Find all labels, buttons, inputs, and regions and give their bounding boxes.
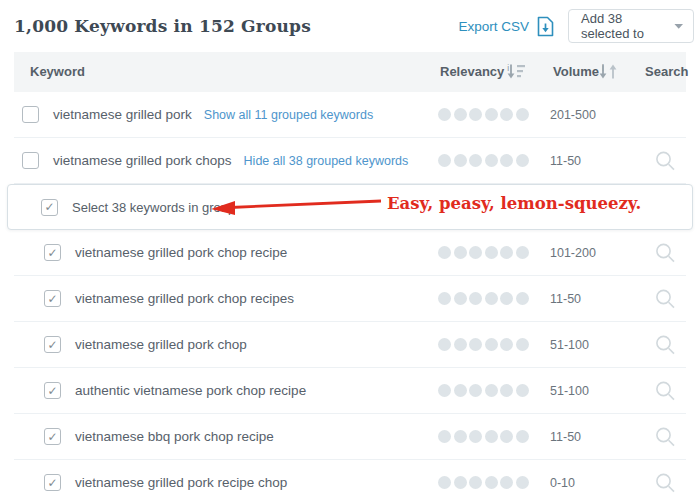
volume-value: 201-500	[550, 108, 596, 122]
relevancy-dots	[438, 384, 529, 397]
grouped-keywords-link[interactable]: Show all 11 grouped keywords	[204, 108, 373, 122]
relevancy-dot	[516, 108, 529, 121]
export-csv-button[interactable]: Export CSV	[458, 16, 555, 37]
relevancy-dot	[516, 384, 529, 397]
keyword-row: vietnamese grilled pork chop recipe 101-…	[14, 230, 686, 276]
relevancy-dot	[438, 154, 451, 167]
relevancy-dot	[438, 430, 451, 443]
select-all-checkbox[interactable]	[41, 199, 58, 216]
relevancy-dots	[438, 476, 529, 489]
page-title: 1,000 Keywords in 152 Groups	[14, 16, 311, 36]
relevancy-dot	[500, 154, 513, 167]
relevancy-dot	[438, 476, 451, 489]
chevron-down-icon	[674, 23, 683, 30]
relevancy-dot	[500, 246, 513, 259]
relevancy-dot	[454, 154, 467, 167]
keyword-checkbox[interactable]	[44, 336, 61, 353]
volume-value: 11-50	[550, 292, 581, 306]
relevancy-dot	[516, 246, 529, 259]
relevancy-dot	[454, 338, 467, 351]
relevancy-dots	[438, 430, 529, 443]
column-search: Search	[645, 64, 688, 79]
relevancy-dot	[454, 246, 467, 259]
relevancy-dot	[438, 108, 451, 121]
annotation-text: Easy, peasy, lemon-squeezy.	[387, 194, 641, 213]
keyword-checkbox[interactable]	[44, 382, 61, 399]
search-icon[interactable]	[654, 472, 677, 495]
relevancy-dot	[469, 292, 482, 305]
relevancy-sort-button[interactable]	[506, 63, 526, 83]
relevancy-dot	[454, 108, 467, 121]
relevancy-dot	[469, 384, 482, 397]
relevancy-dots	[438, 338, 529, 351]
relevancy-dot	[485, 246, 498, 259]
relevancy-dot	[516, 338, 529, 351]
search-icon[interactable]	[654, 242, 677, 265]
keyword-checkbox[interactable]	[44, 428, 61, 445]
keyword-row: vietnamese grilled pork chops Hide all 3…	[14, 138, 686, 184]
keyword-row: vietnamese bbq pork chop recipe 11-50	[14, 414, 686, 460]
volume-value: 11-50	[550, 430, 581, 444]
relevancy-dot	[500, 338, 513, 351]
relevancy-dot	[516, 292, 529, 305]
add-selected-label: Add 38 selected to	[581, 11, 674, 41]
keyword-text: vietnamese grilled pork recipe chop	[75, 475, 287, 490]
keyword-text: authentic vietnamese pork chop recipe	[75, 383, 306, 398]
relevancy-dot	[500, 292, 513, 305]
relevancy-dot	[469, 154, 482, 167]
keyword-text: vietnamese grilled pork chop	[75, 337, 247, 352]
column-volume: Volumei	[553, 64, 604, 79]
relevancy-dots	[438, 108, 529, 121]
keyword-table: Keyword Relevancyi Volumei Search vietna…	[14, 52, 686, 504]
relevancy-dots	[438, 246, 529, 259]
top-bar: 1,000 Keywords in 152 Groups Export CSV …	[0, 0, 700, 50]
column-relevancy: Relevancyi	[440, 64, 509, 79]
relevancy-dot	[469, 108, 482, 121]
table-body: vietnamese grilled pork Show all 11 grou…	[14, 92, 686, 504]
relevancy-dot	[438, 292, 451, 305]
relevancy-dot	[516, 476, 529, 489]
relevancy-dot	[485, 430, 498, 443]
relevancy-dots	[438, 154, 529, 167]
keyword-checkbox[interactable]	[44, 244, 61, 261]
relevancy-dot	[500, 384, 513, 397]
keyword-checkbox[interactable]	[44, 474, 61, 491]
relevancy-dot	[469, 476, 482, 489]
sort-descending-icon	[506, 63, 526, 80]
relevancy-dot	[485, 338, 498, 351]
keyword-row: vietnamese grilled pork Show all 11 grou…	[14, 92, 686, 138]
annotation-arrow	[208, 195, 383, 217]
keyword-text: vietnamese grilled pork	[53, 107, 192, 122]
download-document-icon	[536, 16, 555, 37]
relevancy-dot	[469, 338, 482, 351]
volume-value: 51-100	[550, 384, 589, 398]
add-selected-dropdown[interactable]: Add 38 selected to	[568, 9, 694, 43]
search-icon[interactable]	[654, 426, 677, 449]
relevancy-dot	[454, 292, 467, 305]
keyword-row: authentic vietnamese pork chop recipe 51…	[14, 368, 686, 414]
search-icon[interactable]	[654, 150, 677, 173]
relevancy-dot	[485, 154, 498, 167]
relevancy-dot	[500, 108, 513, 121]
search-icon[interactable]	[654, 288, 677, 311]
volume-value: 101-200	[550, 246, 596, 260]
top-bar-actions: Export CSV Add 38 selected to	[458, 9, 694, 43]
search-icon[interactable]	[654, 380, 677, 403]
relevancy-dot	[438, 384, 451, 397]
keyword-checkbox[interactable]	[22, 106, 39, 123]
keyword-checkbox[interactable]	[22, 152, 39, 169]
relevancy-dot	[516, 154, 529, 167]
relevancy-dot	[500, 430, 513, 443]
volume-value: 11-50	[550, 154, 581, 168]
relevancy-dot	[485, 384, 498, 397]
volume-sort-button[interactable]	[598, 63, 620, 83]
relevancy-dot	[438, 246, 451, 259]
relevancy-dot	[516, 430, 529, 443]
search-icon[interactable]	[654, 334, 677, 357]
keyword-checkbox[interactable]	[44, 290, 61, 307]
keyword-text: vietnamese bbq pork chop recipe	[75, 429, 274, 444]
relevancy-dot	[500, 476, 513, 489]
grouped-keywords-link[interactable]: Hide all 38 grouped keywords	[244, 154, 409, 168]
column-keyword: Keyword	[30, 64, 85, 79]
keyword-row: vietnamese grilled pork chop 51-100	[14, 322, 686, 368]
